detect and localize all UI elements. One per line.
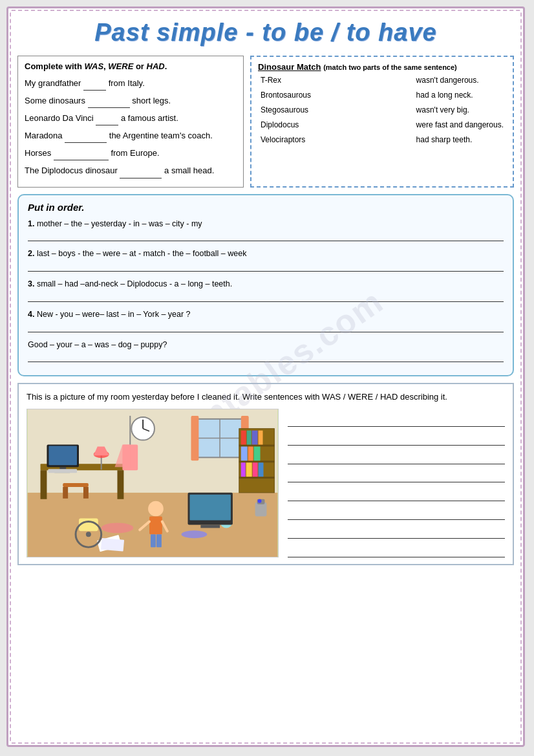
svg-point-44 — [182, 530, 208, 538]
writing-line-8[interactable] — [288, 546, 505, 557]
writing-line-1[interactable] — [288, 415, 505, 427]
svg-rect-48 — [189, 495, 230, 521]
answer-line-5[interactable] — [28, 352, 504, 362]
sentence-3: Leonardo Da Vinci a famous artist. — [25, 111, 237, 125]
svg-rect-32 — [254, 446, 261, 460]
dino-left-5: Velociraptors — [261, 134, 311, 146]
svg-rect-19 — [63, 483, 89, 487]
top-section: Complete with WAS, WERE or HAD. My grand… — [17, 56, 514, 188]
blank-1 — [83, 81, 106, 91]
order-title: Put in order. — [28, 202, 504, 213]
answer-line-4[interactable] — [28, 322, 504, 332]
order-section: Put in order. 1. mother – the – yesterda… — [17, 194, 514, 377]
order-prompt-1: 1. mother – the – yesterday - in – was –… — [28, 218, 504, 230]
svg-rect-23 — [239, 444, 275, 446]
svg-rect-26 — [241, 431, 246, 445]
svg-rect-12 — [48, 446, 77, 465]
dino-left-1: T-Rex — [261, 74, 311, 86]
svg-rect-29 — [259, 431, 263, 445]
complete-box: Complete with WAS, WERE or HAD. My grand… — [17, 56, 244, 188]
picture-content — [27, 409, 505, 557]
svg-point-37 — [148, 501, 164, 517]
svg-rect-33 — [241, 462, 246, 477]
writing-line-5[interactable] — [288, 490, 505, 501]
dino-right-5: had sharp teeth. — [416, 134, 504, 146]
writing-line-3[interactable] — [288, 453, 505, 464]
sentence-4: Maradona the Argentine team's coach. — [25, 129, 237, 143]
svg-rect-52 — [255, 502, 267, 517]
svg-rect-20 — [63, 487, 68, 499]
dino-left-4: Diplodocus — [261, 119, 311, 131]
svg-rect-15 — [48, 469, 77, 473]
order-item-3: 3. small – had –and-neck – Diplodocus - … — [28, 278, 504, 302]
dino-right-4: were fast and dangerous. — [416, 119, 504, 131]
svg-point-58 — [86, 532, 91, 537]
svg-rect-34 — [246, 462, 252, 477]
writing-line-7[interactable] — [288, 527, 505, 539]
order-prompt-4: 4. New - you – were– last – in – York – … — [28, 308, 504, 321]
dino-left-2: Brontosaurous — [261, 89, 311, 101]
order-item-4: 4. New - you – were– last – in – York – … — [28, 308, 504, 332]
page: 2printables.com Past simple - to be / to… — [6, 6, 525, 747]
dino-left-3: Stegosaurous — [261, 104, 311, 116]
writing-line-6[interactable] — [288, 508, 505, 520]
blank-3 — [96, 116, 118, 125]
svg-rect-6 — [191, 416, 198, 460]
sentence-5: Horses from Europe. — [25, 146, 237, 160]
answer-line-2[interactable] — [28, 261, 504, 272]
blank-6 — [120, 169, 162, 178]
svg-rect-41 — [151, 534, 156, 547]
svg-rect-10 — [117, 470, 123, 499]
svg-rect-9 — [41, 470, 47, 499]
svg-rect-42 — [156, 534, 162, 547]
order-prompt-3: 3. small – had –and-neck – Diplodocus - … — [28, 278, 504, 290]
svg-rect-49 — [200, 524, 220, 528]
order-prompt-5: Good – your – a – was – dog – puppy? — [28, 339, 504, 351]
title-section: Past simple - to be / to have — [17, 19, 514, 47]
svg-rect-24 — [239, 460, 275, 462]
svg-rect-56 — [101, 538, 124, 552]
order-prompt-2: 2. last – boys - the – were – at - match… — [28, 248, 504, 260]
order-item-1: 1. mother – the – yesterday - in – was –… — [28, 218, 504, 242]
complete-title: Complete with WAS, WERE or HAD. — [25, 61, 237, 71]
writing-line-2[interactable] — [288, 434, 505, 446]
svg-rect-27 — [247, 431, 251, 445]
svg-rect-30 — [241, 446, 248, 460]
blank-5 — [54, 151, 109, 160]
svg-rect-25 — [239, 477, 275, 479]
sentence-2: Some dinosaurs short legs. — [25, 94, 237, 108]
answer-line-3[interactable] — [28, 292, 504, 302]
dino-match-content: T-Rex Brontosaurous Stegosaurous Diplodo… — [258, 74, 506, 146]
blank-4 — [65, 134, 107, 143]
blank-2 — [88, 99, 130, 108]
svg-rect-38 — [149, 516, 162, 534]
dino-subtitle: (match two parts of the same sentence) — [323, 63, 457, 71]
page-title: Past simple - to be / to have — [94, 19, 436, 46]
svg-rect-36 — [259, 462, 264, 477]
room-svg — [27, 409, 278, 557]
order-item-2: 2. last – boys - the – were – at - match… — [28, 248, 504, 272]
writing-lines-area — [288, 409, 505, 557]
dino-match-box: Dinosaur Match (match two parts of the s… — [250, 56, 514, 188]
svg-point-54 — [258, 499, 262, 503]
answer-line-1[interactable] — [28, 231, 504, 241]
picture-section: This is a picture of my room yesterday b… — [17, 383, 514, 565]
svg-rect-35 — [253, 462, 258, 477]
svg-rect-21 — [83, 487, 89, 499]
svg-point-43 — [101, 523, 134, 533]
dino-right-3: wasn't very big. — [416, 104, 504, 116]
sentence-1: My grandfather from Italy. — [25, 76, 237, 91]
dino-title: Dinosaur Match (match two parts of the s… — [258, 62, 506, 72]
picture-instructions: This is a picture of my room yesterday b… — [27, 391, 505, 404]
dino-right-1: wasn't dangerous. — [416, 74, 504, 86]
sentence-6: The Diplodocus dinosaur a small head. — [25, 164, 237, 178]
order-item-5: Good – your – a – was – dog – puppy? — [28, 339, 504, 363]
dino-left-column: T-Rex Brontosaurous Stegosaurous Diplodo… — [261, 74, 311, 146]
svg-rect-31 — [248, 446, 253, 460]
svg-rect-45 — [79, 518, 98, 531]
dino-right-2: had a long neck. — [416, 89, 504, 101]
writing-line-4[interactable] — [288, 471, 505, 482]
dino-right-column: wasn't dangerous. had a long neck. wasn'… — [416, 74, 504, 146]
svg-rect-28 — [252, 431, 258, 445]
room-image — [27, 409, 279, 557]
